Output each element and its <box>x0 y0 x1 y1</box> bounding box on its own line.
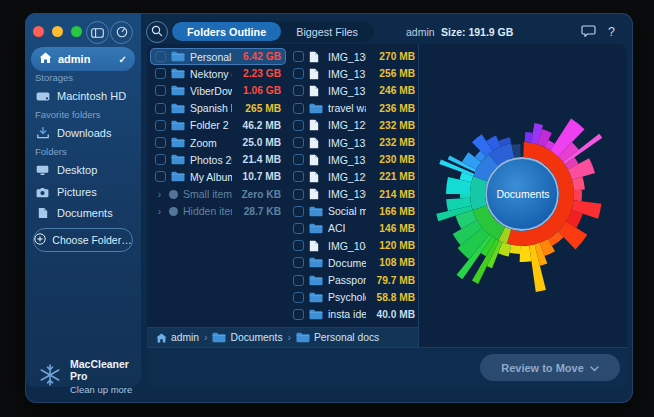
file-row[interactable]: IMG_1296.MOV232 MB <box>288 117 420 134</box>
item-size: 120 MB <box>371 240 415 251</box>
breadcrumb-item[interactable]: admin <box>156 332 199 343</box>
tab-biggest-files[interactable]: Biggest Files <box>281 22 373 41</box>
row-checkbox[interactable] <box>155 85 166 96</box>
folder-row[interactable]: Photos 202421.4 MB <box>150 151 286 168</box>
breadcrumb-separator: › <box>204 332 207 343</box>
row-checkbox[interactable] <box>293 68 304 79</box>
review-to-move-button[interactable]: Review to Move <box>480 354 620 381</box>
expand-chevron-icon[interactable]: › <box>155 189 164 200</box>
sidebar-item-documents[interactable]: Documents <box>35 204 133 222</box>
section-title-storages: Storages <box>35 72 73 83</box>
folder-row[interactable]: ViberDownloads1.06 GB <box>150 82 286 99</box>
folder-row[interactable]: Personal docs6.42 GB <box>150 48 286 65</box>
scanned-user-label: admin <box>406 26 435 38</box>
group-dot-icon <box>169 190 178 199</box>
row-checkbox[interactable] <box>293 137 304 148</box>
file-row[interactable]: IMG_1303.MOV270 MB <box>288 48 420 65</box>
app-name: MacCleaner Pro <box>70 358 141 382</box>
file-row[interactable]: IMG_1299.MOV221 MB <box>288 168 420 185</box>
search-button[interactable] <box>146 21 168 43</box>
item-name: ACI <box>328 222 366 234</box>
toggle-sidebar-button[interactable] <box>86 21 109 44</box>
file-icon <box>309 51 323 63</box>
file-row[interactable]: Documents - Spain108 MB <box>288 254 420 271</box>
file-row[interactable]: IMG_1308.MOV214 MB <box>288 186 420 203</box>
close-window-button[interactable] <box>33 26 44 37</box>
row-checkbox[interactable] <box>293 51 304 62</box>
sidebar-item-downloads[interactable]: Downloads <box>35 124 133 142</box>
file-row[interactable]: insta ideas40.0 MB <box>288 306 420 323</box>
row-checkbox[interactable] <box>293 171 304 182</box>
maccleaner-pro-banner[interactable]: MacCleaner Pro Clean up more <box>38 358 141 395</box>
row-checkbox[interactable] <box>155 51 166 62</box>
search-icon <box>151 23 163 41</box>
row-checkbox[interactable] <box>155 68 166 79</box>
breadcrumb-item[interactable]: Documents <box>212 332 282 343</box>
file-row[interactable]: IMG_1045.MOV120 MB <box>288 237 420 254</box>
sunburst-chart[interactable]: Documents <box>419 44 627 347</box>
folder-icon <box>309 103 323 114</box>
row-checkbox[interactable] <box>293 154 304 165</box>
breadcrumb-item[interactable]: Personal docs <box>296 332 379 343</box>
zoom-window-button[interactable] <box>71 26 82 37</box>
file-row[interactable]: Psychology58.8 MB <box>288 289 420 306</box>
row-checkbox[interactable] <box>293 85 304 96</box>
folder-icon <box>171 85 185 96</box>
sidebar-item-label: Macintosh HD <box>57 90 126 102</box>
breadcrumb: admin›Documents›Personal docs <box>147 327 418 347</box>
tab-folders-outline[interactable]: Folders Outline <box>172 22 281 41</box>
row-checkbox[interactable] <box>155 103 166 114</box>
file-row[interactable]: ACI146 MB <box>288 220 420 237</box>
row-checkbox[interactable] <box>293 257 304 268</box>
choose-folder-button[interactable]: Choose Folder… <box>33 228 133 252</box>
folder-row[interactable]: ›Small itemsZero KB <box>150 186 286 203</box>
row-checkbox[interactable] <box>293 309 304 320</box>
breadcrumb-label: Personal docs <box>314 332 379 343</box>
item-name: Nektony docs <box>190 68 232 80</box>
item-name: Social media <box>328 205 366 217</box>
checkmark-icon: ✓ <box>119 54 127 65</box>
row-checkbox[interactable] <box>293 189 304 200</box>
help-button[interactable]: ? <box>608 25 615 39</box>
file-row[interactable]: IMG_1315.MOV246 MB <box>288 82 420 99</box>
disk-usage-view-button[interactable] <box>110 21 133 44</box>
folder-row[interactable]: Zoom25.0 MB <box>150 134 286 151</box>
row-checkbox[interactable] <box>293 120 304 131</box>
row-checkbox[interactable] <box>293 223 304 234</box>
file-icon <box>309 85 323 97</box>
minimize-window-button[interactable] <box>52 26 63 37</box>
folder-row[interactable]: ›Hidden items28.7 KB <box>150 203 286 220</box>
file-row[interactable]: Passport...ther docs79.7 MB <box>288 271 420 288</box>
row-checkbox[interactable] <box>155 120 166 131</box>
sidebar-item-admin[interactable]: admin ✓ <box>31 47 135 71</box>
file-row[interactable]: IMG_1311.MOV230 MB <box>288 151 420 168</box>
row-checkbox[interactable] <box>293 292 304 303</box>
desktop-icon <box>35 165 50 176</box>
file-row[interactable]: Social media166 MB <box>288 203 420 220</box>
help-icon: ? <box>608 25 615 39</box>
row-checkbox[interactable] <box>155 137 166 148</box>
folder-row[interactable]: Nektony docs2.23 GB <box>150 65 286 82</box>
row-checkbox[interactable] <box>293 103 304 114</box>
app-tagline: Clean up more <box>70 384 141 395</box>
row-checkbox[interactable] <box>155 154 166 165</box>
sunburst-segment[interactable] <box>510 245 521 254</box>
sidebar-item-pictures[interactable]: Pictures <box>35 183 133 201</box>
folder-row[interactable]: My Album 202410.7 MB <box>150 168 286 185</box>
row-checkbox[interactable] <box>155 171 166 182</box>
file-row[interactable]: IMG_1322.MOV232 MB <box>288 134 420 151</box>
row-checkbox[interactable] <box>293 206 304 217</box>
file-row[interactable]: IMG_1319.MOV256 MB <box>288 65 420 82</box>
expand-chevron-icon[interactable]: › <box>155 206 164 217</box>
file-row[interactable]: travel wallet236 MB <box>288 100 420 117</box>
folder-row[interactable]: Folder 246.2 MB <box>150 117 286 134</box>
scanned-size-label: Size: 191.9 GB <box>441 26 513 38</box>
sidebar-item-desktop[interactable]: Desktop <box>35 161 133 179</box>
item-size: 21.4 MB <box>237 154 281 165</box>
row-checkbox[interactable] <box>293 275 304 286</box>
feedback-button[interactable] <box>581 24 596 42</box>
folder-row[interactable]: Spanish lessons265 MB <box>150 100 286 117</box>
item-name: Passport...ther docs <box>328 274 366 286</box>
row-checkbox[interactable] <box>293 240 304 251</box>
sidebar-item-macintosh-hd[interactable]: Macintosh HD <box>35 87 133 105</box>
